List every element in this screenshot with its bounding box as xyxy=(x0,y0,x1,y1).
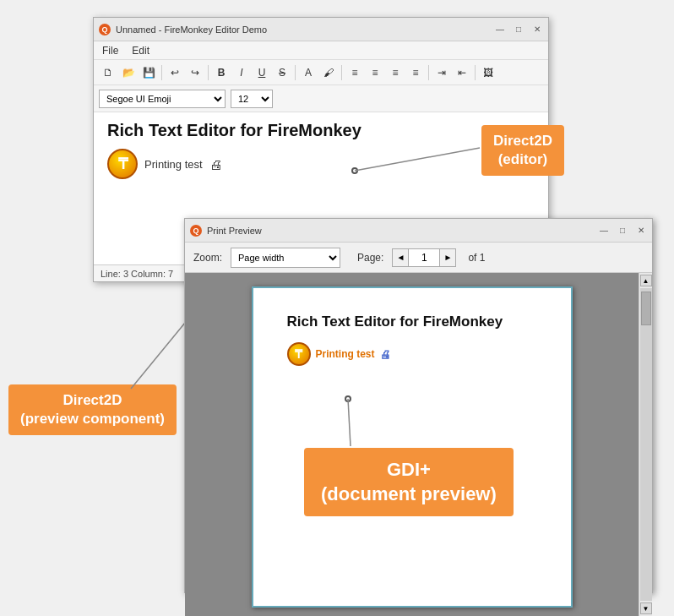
tb-open-btn[interactable]: 📂 xyxy=(119,63,138,82)
preview-heading: Rich Text Editor for FireMonkey xyxy=(287,313,537,330)
menu-edit[interactable]: Edit xyxy=(128,43,153,58)
preview-minimize-btn[interactable]: — xyxy=(598,225,610,237)
preview-scrollbar[interactable]: ▲ ▼ xyxy=(639,273,652,616)
scrollbar-down-btn[interactable]: ▼ xyxy=(640,602,652,614)
tb-image-btn[interactable]: 🖼 xyxy=(479,63,497,82)
preview-titlebar: Q Print Preview — □ ✕ xyxy=(185,219,652,243)
zoom-select[interactable]: Page width xyxy=(231,248,340,268)
page-prev-btn[interactable]: ◄ xyxy=(392,248,409,267)
size-select[interactable]: 12 xyxy=(231,90,273,108)
preview-body-line: ₸ Printing test 🖨 xyxy=(287,342,537,366)
tb-alignleft-btn[interactable]: ≡ xyxy=(345,63,364,82)
tb-italic-btn[interactable]: I xyxy=(232,63,251,82)
callout-gdi: GDI+ (document preview) xyxy=(304,448,514,516)
tb-sep5 xyxy=(428,65,429,80)
zoom-label: Zoom: xyxy=(193,252,222,264)
tb-alignright-btn[interactable]: ≡ xyxy=(386,63,405,82)
editor-heading: Rich Text Editor for FireMonkey xyxy=(107,121,535,140)
preview-maximize-btn[interactable]: □ xyxy=(617,225,628,237)
editor-minimize-btn[interactable]: — xyxy=(494,24,506,35)
preview-toolbar: Zoom: Page width Page: ◄ 1 ► of 1 xyxy=(185,243,652,273)
tb-underline-btn[interactable]: U xyxy=(253,63,271,82)
scrollbar-thumb[interactable] xyxy=(641,292,651,325)
printing-text: Printing test xyxy=(144,158,203,171)
page-nav: ◄ 1 ► xyxy=(392,248,456,267)
firemonkey-icon: ₸ xyxy=(107,149,138,179)
tb-sep3 xyxy=(295,65,296,80)
tb-justify-btn[interactable]: ≡ xyxy=(406,63,425,82)
editor-maximize-btn[interactable]: □ xyxy=(513,24,525,35)
tb-undo-btn[interactable]: ↩ xyxy=(166,63,184,82)
editor-menubar: File Edit xyxy=(94,41,548,60)
tb-strike-btn[interactable]: S xyxy=(273,63,291,82)
callout-dot-gdi xyxy=(345,395,351,402)
preview-close-btn[interactable]: ✕ xyxy=(635,225,647,237)
tb-sep6 xyxy=(475,65,476,80)
tb-highlight-btn[interactable]: 🖌 xyxy=(319,63,338,82)
callout-d2d-editor-line1: Direct2D xyxy=(493,133,552,149)
callout-direct2d-preview: Direct2D (preview component) xyxy=(8,384,177,435)
preview-title: Print Preview xyxy=(207,226,591,236)
preview-printing-text: Printing test xyxy=(316,348,375,360)
font-select[interactable]: Segoe UI Emoji xyxy=(99,90,226,108)
callout-dot-editor xyxy=(351,167,358,174)
editor-app-icon: Q xyxy=(99,24,111,35)
editor-titlebar: Q Unnamed - FireMonkey Editor Demo — □ ✕ xyxy=(94,18,548,41)
callout-gdi-line1: GDI+ xyxy=(387,459,431,480)
preview-app-icon: Q xyxy=(190,225,202,237)
menu-file[interactable]: File xyxy=(99,43,122,58)
callout-gdi-line2: (document preview) xyxy=(321,483,497,504)
editor-body: ₸ Printing test 🖨 xyxy=(107,149,535,179)
preview-printer-icon: 🖨 xyxy=(380,348,391,361)
callout-d2d-preview-line1: Direct2D xyxy=(63,392,122,408)
tb-sep1 xyxy=(161,65,162,80)
tb-outdent-btn[interactable]: ⇤ xyxy=(453,63,471,82)
tb-redo-btn[interactable]: ↪ xyxy=(186,63,204,82)
tb-aligncenter-btn[interactable]: ≡ xyxy=(366,63,384,82)
editor-toolbar: 🗋 📂 💾 ↩ ↪ B I U S A 🖌 ≡ ≡ ≡ ≡ ⇥ ⇤ 🖼 xyxy=(94,60,548,85)
printer-icon: 🖨 xyxy=(209,157,222,172)
editor-close-btn[interactable]: ✕ xyxy=(531,24,543,35)
tb-new-btn[interactable]: 🗋 xyxy=(99,63,117,82)
callout-d2d-editor-line2: (editor) xyxy=(498,151,548,167)
tb-bold-btn[interactable]: B xyxy=(212,63,231,82)
preview-page: Rich Text Editor for FireMonkey ₸ Printi… xyxy=(252,286,573,608)
page-current[interactable]: 1 xyxy=(409,248,439,267)
scrollbar-track xyxy=(640,288,652,601)
callout-d2d-preview-line2: (preview component) xyxy=(20,411,165,427)
page-label: Page: xyxy=(357,252,383,264)
callout-direct2d-editor: Direct2D (editor) xyxy=(481,125,564,176)
tb-indent-btn[interactable]: ⇥ xyxy=(432,63,451,82)
preview-scroll-area[interactable]: Rich Text Editor for FireMonkey ₸ Printi… xyxy=(185,273,639,616)
statusbar-text: Line: 3 Column: 7 xyxy=(101,269,173,279)
editor-title: Unnamed - FireMonkey Editor Demo xyxy=(116,25,487,35)
tb-save-btn[interactable]: 💾 xyxy=(139,63,158,82)
scrollbar-up-btn[interactable]: ▲ xyxy=(640,275,652,286)
preview-window: Q Print Preview — □ ✕ Zoom: Page width P… xyxy=(184,218,653,593)
page-of-total: of 1 xyxy=(468,252,485,264)
preview-fm-icon: ₸ xyxy=(287,342,311,366)
preview-body: Rich Text Editor for FireMonkey ₸ Printi… xyxy=(185,273,652,616)
page-next-btn[interactable]: ► xyxy=(439,248,456,267)
tb-sep4 xyxy=(341,65,342,80)
editor-toolbar2: Segoe UI Emoji 12 xyxy=(94,85,548,112)
tb-sep2 xyxy=(208,65,209,80)
tb-fontcolor-btn[interactable]: A xyxy=(299,63,318,82)
